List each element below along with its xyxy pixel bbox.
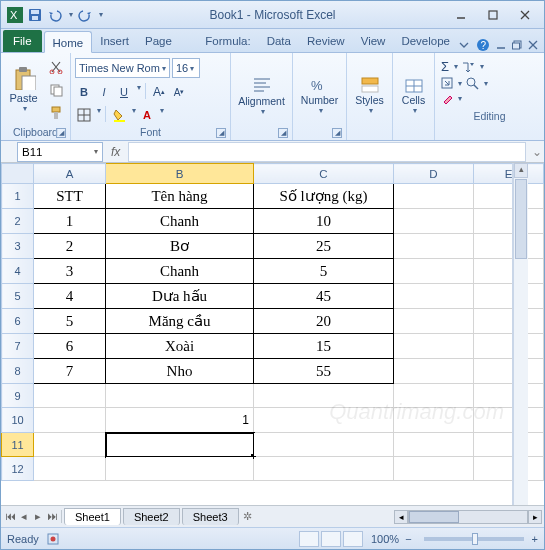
cells-button[interactable]: Cells▾: [397, 64, 430, 128]
cell[interactable]: [394, 334, 474, 359]
cell[interactable]: 7: [34, 359, 106, 384]
row-header[interactable]: 2: [2, 209, 34, 234]
cell[interactable]: 5: [254, 259, 394, 284]
cell[interactable]: [34, 408, 106, 433]
sheet-nav-first-icon[interactable]: ⏮: [3, 510, 17, 523]
row-header[interactable]: 12: [2, 457, 34, 481]
cell[interactable]: [106, 457, 254, 481]
cell[interactable]: Tên hàng: [106, 184, 254, 209]
formula-input[interactable]: [128, 142, 526, 162]
cell[interactable]: 1: [106, 408, 254, 433]
row-header[interactable]: 4: [2, 259, 34, 284]
cell[interactable]: [254, 457, 394, 481]
clipboard-dialog-launcher[interactable]: ◢: [56, 128, 66, 138]
cell[interactable]: [254, 384, 394, 408]
undo-dropdown[interactable]: ▾: [67, 10, 73, 19]
cell[interactable]: [474, 359, 544, 384]
col-header-e[interactable]: E: [474, 164, 544, 184]
cell[interactable]: 15: [254, 334, 394, 359]
tab-data[interactable]: Data: [259, 30, 299, 52]
vertical-scrollbar[interactable]: ▴ ▾: [512, 163, 528, 505]
row-header[interactable]: 3: [2, 234, 34, 259]
cell[interactable]: [106, 384, 254, 408]
decrease-font-icon[interactable]: A▾: [170, 83, 188, 101]
cell[interactable]: [394, 408, 474, 433]
cell[interactable]: 10: [254, 209, 394, 234]
cell[interactable]: [474, 457, 544, 481]
fill-button[interactable]: ▾ ▾: [441, 76, 538, 90]
active-cell[interactable]: [106, 433, 254, 457]
row-header[interactable]: 6: [2, 309, 34, 334]
close-button[interactable]: [510, 5, 540, 25]
paste-button[interactable]: Paste ▾: [5, 58, 42, 122]
row-header[interactable]: 1: [2, 184, 34, 209]
cut-icon[interactable]: [46, 57, 66, 77]
name-box[interactable]: B11▾: [17, 142, 103, 162]
zoom-level[interactable]: 100%: [371, 533, 399, 545]
row-header[interactable]: 7: [2, 334, 34, 359]
copy-icon[interactable]: [46, 80, 66, 100]
cell[interactable]: [394, 209, 474, 234]
styles-button[interactable]: Styles▾: [351, 64, 388, 128]
cell[interactable]: [34, 433, 106, 457]
macro-record-icon[interactable]: [47, 533, 59, 545]
cell[interactable]: [474, 334, 544, 359]
cell[interactable]: 45: [254, 284, 394, 309]
save-icon[interactable]: [27, 7, 43, 23]
cell[interactable]: 25: [254, 234, 394, 259]
cell[interactable]: [254, 433, 394, 457]
cell[interactable]: [394, 184, 474, 209]
cell[interactable]: [394, 259, 474, 284]
increase-font-icon[interactable]: A▴: [150, 83, 168, 101]
zoom-out-button[interactable]: −: [405, 533, 411, 545]
cell[interactable]: [394, 359, 474, 384]
autosum-button[interactable]: Σ▾ ▾: [441, 59, 538, 74]
format-painter-icon[interactable]: [46, 103, 66, 123]
font-dialog-launcher[interactable]: ◢: [216, 128, 226, 138]
select-all-corner[interactable]: [2, 164, 34, 184]
cell[interactable]: 4: [34, 284, 106, 309]
view-page-layout-button[interactable]: [321, 531, 341, 547]
number-dialog-launcher[interactable]: ◢: [332, 128, 342, 138]
bold-button[interactable]: B: [75, 83, 93, 101]
cell[interactable]: 1: [34, 209, 106, 234]
alignment-dialog-launcher[interactable]: ◢: [278, 128, 288, 138]
sheet-nav-last-icon[interactable]: ⏭: [45, 510, 59, 523]
row-header[interactable]: 5: [2, 284, 34, 309]
col-header-b[interactable]: B: [106, 164, 254, 184]
undo-icon[interactable]: [47, 7, 63, 23]
cell[interactable]: [394, 284, 474, 309]
col-header-a[interactable]: A: [34, 164, 106, 184]
cell[interactable]: [394, 384, 474, 408]
cell[interactable]: [394, 234, 474, 259]
zoom-slider[interactable]: [424, 537, 524, 541]
wb-restore-icon[interactable]: [512, 40, 522, 50]
tab-formulas[interactable]: Formula:: [197, 30, 258, 52]
qat-customize-icon[interactable]: ▾: [97, 10, 103, 19]
cell[interactable]: 20: [254, 309, 394, 334]
tab-page-layout[interactable]: Page Lay: [137, 30, 197, 52]
cell[interactable]: [474, 284, 544, 309]
sheet-tab[interactable]: Sheet2: [123, 508, 180, 525]
cell[interactable]: [474, 384, 544, 408]
tab-home[interactable]: Home: [44, 31, 93, 53]
cell[interactable]: [34, 384, 106, 408]
spreadsheet-grid[interactable]: A B C D E 1 STT Tên hàng Số lượng (kg) 2…: [1, 163, 544, 505]
cell[interactable]: 3: [34, 259, 106, 284]
cell[interactable]: [254, 408, 394, 433]
view-normal-button[interactable]: [299, 531, 319, 547]
tab-insert[interactable]: Insert: [92, 30, 137, 52]
view-page-break-button[interactable]: [343, 531, 363, 547]
horizontal-scrollbar[interactable]: ◂▸: [257, 510, 544, 524]
fx-icon[interactable]: fx: [111, 145, 120, 159]
cell[interactable]: [394, 433, 474, 457]
cell[interactable]: Xoài: [106, 334, 254, 359]
row-header[interactable]: 8: [2, 359, 34, 384]
expand-formula-bar-icon[interactable]: ⌄: [530, 145, 544, 159]
italic-button[interactable]: I: [95, 83, 113, 101]
file-tab[interactable]: File: [3, 30, 42, 52]
redo-icon[interactable]: [77, 7, 93, 23]
wb-minimize-icon[interactable]: [496, 40, 506, 50]
row-header[interactable]: 11: [2, 433, 34, 457]
cell[interactable]: Chanh: [106, 209, 254, 234]
